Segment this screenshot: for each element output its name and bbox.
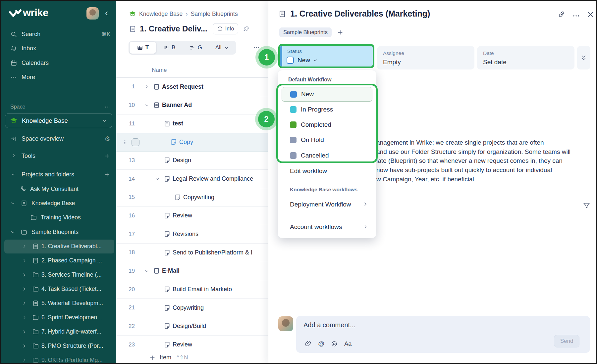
sidebar-item-blueprint-6[interactable]: 6. Sprint Developmen... xyxy=(4,311,114,325)
table-row[interactable]: 21 Copywriting xyxy=(116,299,268,317)
space-menu-icon[interactable] xyxy=(104,104,110,110)
double-chevron-down-icon xyxy=(580,55,587,61)
chevron-right-icon[interactable] xyxy=(142,84,151,89)
table-row[interactable]: 16 Review xyxy=(116,207,268,225)
sidebar-item-knowledge-base-folder[interactable]: Knowledge Base xyxy=(1,197,116,210)
sidebar-item-search[interactable]: Search ⌘K xyxy=(1,27,116,41)
table-row[interactable]: 20 Build Email in Marketo xyxy=(116,280,268,299)
sidebar-item-ask-my-consultant[interactable]: Ask My Consultant xyxy=(1,182,116,196)
table-row-selected[interactable]: Copy xyxy=(116,133,268,152)
filter-icon[interactable] xyxy=(582,202,591,210)
breadcrumb-root[interactable]: Knowledge Base xyxy=(139,11,183,18)
sidebar-item-sample-blueprints[interactable]: Sample Blueprints xyxy=(1,225,116,239)
assignee-field[interactable]: Assignee Empty xyxy=(377,46,474,69)
status-option-completed[interactable]: Completed xyxy=(282,117,372,132)
phone-icon xyxy=(20,186,27,193)
sidebar-collapse-icon[interactable]: ‹ xyxy=(105,8,108,18)
status-color-swatch xyxy=(290,121,297,128)
expand-fields-button[interactable] xyxy=(577,46,590,69)
send-button[interactable]: Send xyxy=(554,335,579,347)
format-icon[interactable]: Aa xyxy=(344,341,352,347)
status-option-cancelled[interactable]: Cancelled xyxy=(282,148,372,163)
chevron-down-icon[interactable] xyxy=(142,269,151,273)
user-avatar[interactable] xyxy=(86,7,99,20)
sidebar-item-space-overview[interactable]: Space overview ⚙ xyxy=(1,132,116,145)
link-icon[interactable] xyxy=(558,10,566,18)
emoji-icon[interactable] xyxy=(331,341,338,347)
sidebar-item-blueprint-5[interactable]: 5. Waterfall Developm... xyxy=(4,296,114,310)
table-row[interactable]: 15 Copywriting xyxy=(116,188,268,207)
attach-icon[interactable] xyxy=(305,341,311,347)
chevron-right-icon xyxy=(363,224,368,229)
add-tag-icon[interactable] xyxy=(337,29,344,36)
info-button[interactable]: Info xyxy=(213,23,239,34)
tag-sample-blueprints[interactable]: Sample Blueprints xyxy=(279,27,332,37)
sidebar-item-blueprint-8[interactable]: 8. PMO Structure (Por... xyxy=(4,339,114,353)
gear-icon[interactable]: ⚙ xyxy=(104,135,110,143)
status-option-on-hold[interactable]: On Hold xyxy=(282,133,372,147)
comment-user-avatar xyxy=(278,316,293,331)
table-row[interactable]: 22 Design/Build xyxy=(116,317,268,336)
sidebar-item-blueprint-7[interactable]: 7. Hybrid Agile-waterf... xyxy=(4,325,114,339)
add-item-button[interactable]: Item ^⇧N xyxy=(116,351,267,364)
breadcrumb-separator: › xyxy=(186,10,188,18)
pin-icon[interactable] xyxy=(243,25,250,32)
folder-icon xyxy=(32,286,39,293)
status-option-in-progress[interactable]: In Progress xyxy=(282,102,372,117)
assignee-value: Empty xyxy=(383,59,401,66)
sidebar: wrike ‹ Search ⌘K Inbox Calendars More S… xyxy=(1,1,116,363)
date-field[interactable]: Date Set date xyxy=(477,46,574,69)
status-checkbox[interactable] xyxy=(287,57,294,64)
toolbar-more-icon[interactable] xyxy=(253,44,260,51)
status-field[interactable]: Status New xyxy=(278,44,374,68)
add-project-icon[interactable] xyxy=(104,171,110,178)
chevron-down-icon[interactable] xyxy=(142,103,151,108)
table-row[interactable]: 1 Asset Request xyxy=(116,78,268,96)
column-name[interactable]: Name xyxy=(152,67,167,73)
account-workflows-item[interactable]: Account workflows xyxy=(290,223,342,231)
wrike-logo-icon[interactable] xyxy=(9,9,22,18)
status-option-new[interactable]: New xyxy=(282,87,372,102)
table-row[interactable]: 17 Revisions xyxy=(116,225,268,244)
item-description[interactable]: anagement in Wrike; we create single pro… xyxy=(376,138,588,184)
edit-workflow-link[interactable]: Edit workflow xyxy=(290,167,327,175)
sidebar-item-blueprint-3[interactable]: 3. Services Timeline (... xyxy=(4,268,114,282)
app-window: wrike ‹ Search ⌘K Inbox Calendars More S… xyxy=(0,0,597,364)
comment-input[interactable]: Add a comment... @ Aa Send xyxy=(296,316,590,353)
folder-icon xyxy=(21,229,27,236)
sidebar-item-blueprint-2[interactable]: 2. Phased Campaign ... xyxy=(4,254,114,268)
table-row[interactable]: 18 Send to Publisher/Platform & I xyxy=(116,244,268,262)
table-row[interactable]: 19 E-Mail xyxy=(116,262,268,281)
deployment-workflow-item[interactable]: Deployment Workflow xyxy=(290,201,351,208)
sidebar-item-blueprint-4[interactable]: 4. Task Based (Ticket... xyxy=(4,282,114,296)
more-icon[interactable] xyxy=(572,12,580,20)
drag-handle-icon[interactable] xyxy=(122,139,129,146)
table-row[interactable]: 13 Design xyxy=(116,152,268,170)
sidebar-item-projects-folders[interactable]: Projects and folders xyxy=(1,168,116,181)
tab-board-view[interactable]: B xyxy=(156,42,183,54)
chevron-right-icon xyxy=(22,244,27,249)
row-checkbox[interactable] xyxy=(132,138,139,146)
tab-gantt-view[interactable]: G xyxy=(183,42,209,54)
add-tool-icon[interactable] xyxy=(104,153,110,159)
sidebar-item-tools[interactable]: Tools xyxy=(1,149,116,162)
table-row[interactable]: 10 Banner Ad xyxy=(116,96,268,115)
detail-panel: 1. Creative Deliverables (Marketing) Sam… xyxy=(268,1,596,363)
mention-icon[interactable]: @ xyxy=(318,340,324,347)
folder-icon xyxy=(32,271,39,278)
sidebar-item-inbox[interactable]: Inbox xyxy=(1,42,116,55)
tab-table-view[interactable]: T xyxy=(130,42,156,54)
sidebar-item-blueprint-9[interactable]: 9. OKRs (Portfolio Mg... xyxy=(4,353,114,364)
chevron-down-icon[interactable] xyxy=(153,177,162,181)
filter-all-dropdown[interactable]: All xyxy=(209,42,235,54)
task-icon xyxy=(162,157,172,164)
space-selector[interactable]: Knowledge Base xyxy=(5,113,112,128)
sidebar-item-more[interactable]: More xyxy=(1,70,116,84)
table-row[interactable]: 14 Legal Review and Compliance xyxy=(116,170,268,188)
sidebar-item-blueprint-1[interactable]: 1. Creative Deliverabl... xyxy=(4,240,114,253)
table-row[interactable]: 11 test xyxy=(116,114,268,133)
close-icon[interactable] xyxy=(586,10,595,19)
breadcrumb-current[interactable]: Sample Blueprints xyxy=(191,11,238,18)
sidebar-item-calendars[interactable]: Calendars xyxy=(1,56,116,69)
sidebar-item-training-videos[interactable]: Training Videos xyxy=(1,211,116,225)
